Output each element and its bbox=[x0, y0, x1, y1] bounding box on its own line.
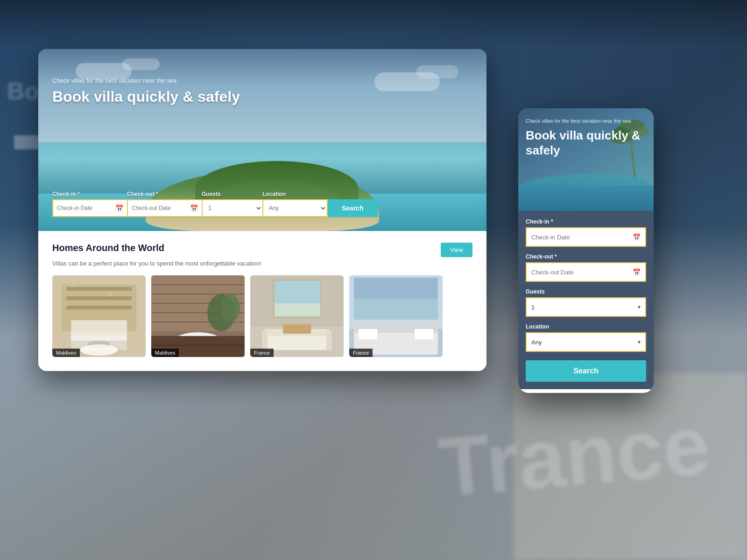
svg-rect-30 bbox=[275, 303, 320, 316]
desktop-card: Check villas for the best vacation near … bbox=[38, 49, 486, 371]
svg-rect-34 bbox=[326, 330, 332, 350]
bg-search-box bbox=[14, 135, 42, 149]
location-label: Location bbox=[262, 191, 328, 197]
svg-point-20 bbox=[221, 294, 240, 322]
mobile-guests-select[interactable]: 1234 bbox=[527, 298, 638, 316]
checkout-label: Check-out * bbox=[127, 191, 202, 197]
svg-rect-5 bbox=[71, 283, 75, 287]
mobile-location-field: Location AnyMaldivesFranceBali ▾ bbox=[526, 323, 646, 352]
mobile-checkout-input[interactable] bbox=[527, 263, 633, 281]
property-card-1[interactable]: Maldives bbox=[52, 275, 146, 357]
checkin-field: Check-in * 📅 bbox=[52, 191, 127, 217]
guests-label: Guests bbox=[202, 191, 262, 197]
svg-rect-33 bbox=[262, 330, 268, 350]
svg-rect-47 bbox=[349, 320, 443, 329]
mobile-checkout-field: Check-out * 📅 bbox=[526, 253, 646, 282]
mobile-location-select[interactable]: AnyMaldivesFranceBali bbox=[527, 333, 638, 351]
svg-rect-3 bbox=[66, 296, 132, 300]
svg-rect-2 bbox=[66, 287, 132, 291]
mobile-location-chevron-icon: ▾ bbox=[638, 339, 645, 345]
desktop-search-bar: Check-in * 📅 Check-out * 📅 Guests 12345+ bbox=[52, 191, 472, 217]
property-label-4: France bbox=[349, 349, 373, 357]
checkout-input[interactable] bbox=[128, 200, 190, 216]
view-all-button[interactable]: View bbox=[441, 243, 472, 257]
desktop-content: Homes Around the World View Villas can b… bbox=[38, 231, 486, 371]
desktop-hero-text: Check villas for the best vacation near … bbox=[52, 77, 240, 105]
svg-point-10 bbox=[80, 344, 118, 356]
property-label-1: Maldives bbox=[52, 349, 80, 357]
desktop-hero-title: Book villa quickly & safely bbox=[52, 88, 240, 105]
checkout-field: Check-out * 📅 bbox=[127, 191, 202, 217]
svg-rect-7 bbox=[108, 293, 112, 296]
property-card-4[interactable]: France bbox=[349, 275, 443, 357]
svg-rect-46 bbox=[415, 328, 433, 339]
mobile-hero-subtitle: Check villas for the best vacation near … bbox=[526, 118, 654, 125]
calendar-icon-2: 📅 bbox=[190, 204, 202, 212]
homes-title: Homes Around the World bbox=[52, 243, 164, 253]
homes-subtitle: Villas can be a perfect place for you to… bbox=[52, 260, 472, 267]
desktop-hero-subtitle: Check villas for the best vacation near … bbox=[52, 77, 240, 84]
location-select[interactable]: AnyMaldivesFranceBali bbox=[263, 200, 327, 216]
property-label-3: France bbox=[250, 349, 274, 357]
mobile-calendar-icon: 📅 bbox=[633, 233, 645, 241]
property-card-3[interactable]: France bbox=[250, 275, 344, 357]
location-field: Location AnyMaldivesFranceBali bbox=[262, 191, 328, 217]
svg-rect-45 bbox=[359, 328, 377, 339]
mobile-checkin-label: Check-in * bbox=[526, 218, 646, 225]
desktop-search-button[interactable]: Search bbox=[328, 199, 378, 217]
property-label-2: Maldives bbox=[151, 349, 179, 357]
mobile-checkin-field: Check-in * 📅 bbox=[526, 218, 646, 247]
mobile-guests-label: Guests bbox=[526, 288, 646, 295]
checkin-input[interactable] bbox=[53, 200, 115, 216]
svg-rect-35 bbox=[283, 324, 311, 334]
svg-rect-41 bbox=[354, 278, 438, 299]
mobile-form: Check-in * 📅 Check-out * 📅 Guests 1234 ▾ bbox=[518, 211, 654, 389]
checkin-label: Check-in * bbox=[52, 191, 127, 197]
mobile-location-label: Location bbox=[526, 323, 646, 330]
property-grid: Maldives bbox=[52, 275, 472, 357]
mobile-checkout-label: Check-out * bbox=[526, 253, 646, 260]
mobile-card: Check villas for the best vacation near … bbox=[518, 108, 654, 393]
desktop-hero: Check villas for the best vacation near … bbox=[38, 49, 486, 231]
mobile-chevron-down-icon: ▾ bbox=[638, 304, 645, 310]
svg-rect-6 bbox=[78, 283, 80, 287]
property-card-2[interactable]: Maldives bbox=[151, 275, 245, 357]
svg-rect-4 bbox=[66, 306, 132, 309]
guests-field: Guests 12345+ bbox=[202, 191, 262, 217]
mobile-guests-field: Guests 1234 ▾ bbox=[526, 288, 646, 317]
mobile-checkin-input[interactable] bbox=[527, 228, 633, 246]
guests-select[interactable]: 12345+ bbox=[203, 200, 262, 216]
mobile-calendar-icon-2: 📅 bbox=[633, 268, 645, 276]
mobile-hero-text: Check villas for the best vacation near … bbox=[526, 118, 654, 158]
mobile-search-button[interactable]: Search bbox=[526, 360, 646, 382]
calendar-icon: 📅 bbox=[115, 204, 127, 212]
bg-left-ui: Bo bbox=[7, 77, 39, 105]
svg-rect-42 bbox=[354, 299, 438, 320]
mobile-hero: Check villas for the best vacation near … bbox=[518, 108, 654, 211]
mobile-hero-title: Book villa quickly & safely bbox=[526, 128, 654, 157]
